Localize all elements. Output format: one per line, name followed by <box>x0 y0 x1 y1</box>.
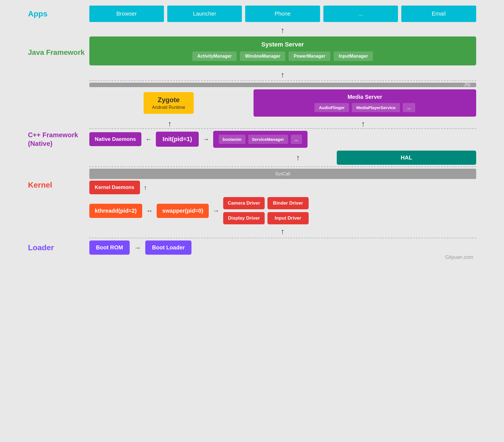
services-box: bootanim ServiceManager ... <box>213 131 308 148</box>
cpp-framework-label: C++ Framework (Native) <box>28 131 89 148</box>
apps-content: Browser Launcher Phone ... Email <box>89 6 476 22</box>
loader-content: Boot ROM → Boot Loader <box>89 240 476 255</box>
jni-section: JNI <box>28 80 476 87</box>
hal-box: HAL <box>337 151 476 165</box>
system-server-box: System Server ActivityManager WindowMana… <box>89 36 476 65</box>
window-manager: WindowManager <box>240 51 285 61</box>
media-ellipsis: ... <box>403 103 415 112</box>
kernel-label: Kernel <box>28 181 89 190</box>
up-arrow-init: ↑ <box>296 153 300 162</box>
init-up-indicator: ↑ <box>263 153 333 162</box>
init-label: Init(pid=1) <box>163 136 192 143</box>
app-phone: Phone <box>245 6 320 22</box>
init-box: Init(pid=1) <box>156 132 199 147</box>
cpp-row: Native Daemons ← Init(pid=1) → bootanim … <box>89 131 476 148</box>
system-server-items: ActivityManager WindowManager PowerManag… <box>95 51 471 61</box>
arrow-kthreadd-swapper: ↔ <box>146 207 153 215</box>
java-framework-label: Java Framework <box>28 48 89 57</box>
watermark: Gityuan.com <box>445 254 473 260</box>
arrow-init-services: → <box>203 135 209 143</box>
syscall-section: SysCall <box>28 166 476 179</box>
arrow-swapper-drivers: → <box>213 207 219 215</box>
hal-content: ↑ HAL <box>263 151 476 165</box>
kernel-layer: Kernel Kernel Daemons ↑ kthreadd(pid=2) … <box>28 181 476 224</box>
arrow-to-apps: ↑ <box>28 26 476 34</box>
binder-driver: Binder Driver <box>267 197 309 209</box>
apps-row: Browser Launcher Phone ... Email <box>89 6 476 22</box>
media-server-title: Media Server <box>259 94 470 100</box>
loader-label: Loader <box>28 243 89 252</box>
kernel-bottom-row: kthreadd(pid=2) ↔ swapper(pid=0) → Camer… <box>89 197 476 224</box>
arrow-boot-rom-loader: → <box>134 244 141 252</box>
up-arrow-1: ↑ <box>281 26 285 34</box>
media-server-items: AudioFlinger MediaPlayerService ... <box>259 103 470 112</box>
app-email: Email <box>401 6 476 22</box>
app-ellipsis: ... <box>323 6 398 22</box>
loader-layer: Loader Boot ROM → Boot Loader <box>28 240 476 255</box>
loader-divider <box>28 238 476 238</box>
zygote-up-arrow-area: ↑ <box>89 119 250 128</box>
cpp-content: Native Daemons ← Init(pid=1) → bootanim … <box>89 131 476 148</box>
audio-flinger: AudioFlinger <box>314 103 349 112</box>
media-player-service: MediaPlayerService <box>352 103 400 112</box>
zygote-title: Zygote <box>152 96 185 104</box>
bootanim: bootanim <box>219 135 245 144</box>
boot-loader-box: Boot Loader <box>145 240 191 255</box>
hal-box-wrapper: HAL <box>337 151 476 165</box>
up-arrow-2: ↑ <box>281 70 285 79</box>
boot-rom-box: Boot ROM <box>89 240 130 255</box>
kernel-top-row: Kernel Daemons ↑ <box>89 181 476 194</box>
app-launcher: Launcher <box>167 6 242 22</box>
system-server-title: System Server <box>95 41 471 48</box>
cpp-framework-layer: C++ Framework (Native) Native Daemons ← … <box>28 131 476 148</box>
java-framework-layer: Java Framework System Server ActivityMan… <box>28 36 476 68</box>
input-manager: InputManager <box>334 51 373 61</box>
system-server-content: System Server ActivityManager WindowMana… <box>89 36 476 68</box>
apps-layer: Apps Browser Launcher Phone ... Email <box>28 6 476 22</box>
arrow-up-to-daemon: ↑ <box>144 184 147 191</box>
loader-row: Boot ROM → Boot Loader <box>89 240 476 255</box>
syscall-label: SysCall <box>275 171 290 176</box>
zygote-box: Zygote Android Runtime <box>144 92 193 114</box>
activity-manager: ActivityManager <box>192 51 237 61</box>
cpp-arrow-row: ↑ ↑ <box>28 119 476 128</box>
kernel-daemons-box: Kernel Daemons <box>89 181 140 194</box>
hal-row: ↑ HAL <box>28 151 476 165</box>
loader-up-arrow: ↑ <box>89 227 476 236</box>
power-manager: PowerManager <box>289 51 330 61</box>
display-driver: Display Driver <box>223 212 264 224</box>
hal-area: ↑ HAL <box>89 151 476 165</box>
up-arrow-4: ↑ <box>361 119 365 128</box>
jni-label: JNI <box>464 82 471 87</box>
zygote-row: Zygote Android Runtime Media Server Audi… <box>28 89 476 117</box>
kernel-content: Kernel Daemons ↑ kthreadd(pid=2) ↔ swapp… <box>89 181 476 224</box>
media-server-area: Media Server AudioFlinger MediaPlayerSer… <box>248 89 476 117</box>
services-ellipsis: ... <box>291 135 302 144</box>
service-manager: ServiceManager <box>248 135 288 144</box>
zygote-subtitle: Android Runtime <box>152 105 185 110</box>
drivers-grid: Camera Driver Binder Driver Display Driv… <box>223 197 309 224</box>
swapper-box: swapper(pid=0) <box>157 204 209 218</box>
input-driver: Input Driver <box>267 212 309 224</box>
native-daemons-box: Native Daemons <box>89 132 142 146</box>
loader-arrow-row: ↑ <box>28 227 476 236</box>
zygote-column: Zygote Android Runtime <box>144 92 193 114</box>
kthreadd-box: kthreadd(pid=2) <box>89 204 142 218</box>
syscall-bar: SysCall <box>89 169 476 179</box>
up-arrow-3: ↑ <box>168 119 172 128</box>
media-up-arrow-area: ↑ <box>250 119 476 128</box>
cpp-divider <box>28 128 476 129</box>
camera-driver: Camera Driver <box>223 197 264 209</box>
arrow-to-system-server: ↑ <box>28 70 476 79</box>
app-browser: Browser <box>89 6 164 22</box>
jni-bar: JNI <box>89 83 476 87</box>
up-arrow-loader: ↑ <box>281 227 285 236</box>
arrow-native-init: ← <box>145 135 152 143</box>
zygote-area: Zygote Android Runtime <box>89 89 248 114</box>
media-server-box: Media Server AudioFlinger MediaPlayerSer… <box>254 89 476 117</box>
apps-label: Apps <box>28 9 89 18</box>
